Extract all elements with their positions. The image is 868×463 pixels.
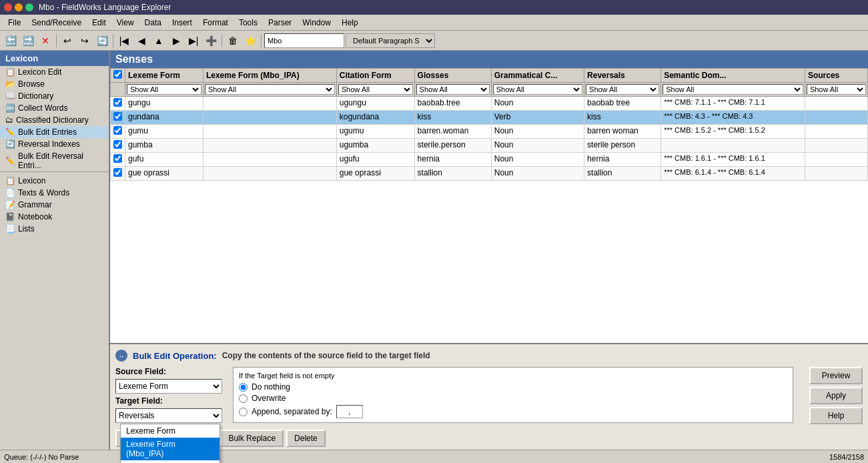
row-checkbox[interactable] bbox=[113, 154, 122, 163]
row-sources bbox=[805, 153, 867, 167]
target-field-dropdown[interactable]: Lexeme Form Lexeme Form (Mbo_IPA) Citati… bbox=[120, 424, 220, 463]
menu-parser[interactable]: Parser bbox=[263, 17, 297, 29]
menu-file[interactable]: File bbox=[3, 17, 26, 29]
filter-lexeme-ipa-select[interactable]: Show All bbox=[205, 84, 335, 95]
sidebar-bottom-grammar[interactable]: 📝 Grammar bbox=[0, 199, 109, 211]
sidebar-item-reversal-indexes[interactable]: 🔄 Reversal Indexes bbox=[0, 138, 109, 150]
close-btn[interactable] bbox=[4, 3, 12, 11]
append-label: Append, separated by: bbox=[252, 407, 332, 416]
menu-window[interactable]: Window bbox=[297, 17, 336, 29]
row-glosses: kiss bbox=[414, 111, 491, 125]
col-citation-form: Citation Form bbox=[336, 69, 414, 83]
filter-reversals-select[interactable]: Show All bbox=[586, 84, 659, 95]
nav-prev[interactable]: ◀ bbox=[133, 33, 149, 49]
preview-button[interactable]: Preview bbox=[809, 367, 863, 384]
sidebar-item-collect-words[interactable]: 🔤 Collect Words bbox=[0, 102, 109, 114]
maximize-btn[interactable] bbox=[25, 3, 33, 11]
menu-insert[interactable]: Insert bbox=[167, 17, 197, 29]
address-input[interactable] bbox=[264, 33, 344, 48]
nav-first[interactable]: |◀ bbox=[116, 33, 132, 49]
dropdown-item-lexeme-form[interactable]: Lexeme Form bbox=[121, 424, 220, 438]
sidebar-item-dictionary[interactable]: 📖 Dictionary bbox=[0, 90, 109, 102]
nav-next[interactable]: ▶ bbox=[168, 33, 184, 49]
source-field-label: Source Field: bbox=[115, 367, 222, 376]
menu-tools[interactable]: Tools bbox=[234, 17, 263, 29]
sidebar-bottom-lexicon[interactable]: 📋 Lexicon bbox=[0, 175, 109, 187]
menu-help[interactable]: Help bbox=[336, 17, 364, 29]
target-field-select[interactable]: Reversals bbox=[115, 408, 222, 423]
style-dropdown[interactable]: Default Paragraph S bbox=[346, 33, 435, 48]
help-button[interactable]: Help bbox=[809, 407, 863, 424]
refresh-button[interactable]: 🔄 bbox=[94, 33, 110, 49]
star-button[interactable]: ⭐ bbox=[242, 33, 258, 49]
row-checkbox[interactable] bbox=[113, 168, 122, 177]
row-checkbox[interactable] bbox=[113, 126, 122, 135]
back-button[interactable]: 🔙 bbox=[3, 33, 19, 49]
undo-button[interactable]: ↩ bbox=[59, 33, 75, 49]
forward-button[interactable]: 🔜 bbox=[20, 33, 36, 49]
filter-citation: Show All bbox=[336, 83, 414, 97]
append-row: Append, separated by: bbox=[239, 405, 787, 418]
sidebar-lexicon-section: Lexicon 📋 Lexicon Edit 📂 Browse 📖 Dictio… bbox=[0, 51, 109, 172]
minimize-btn[interactable] bbox=[15, 3, 23, 11]
dropdown-item-citation-form[interactable]: Citation Form bbox=[121, 460, 220, 463]
row-sources bbox=[805, 125, 867, 139]
delete-button[interactable]: 🗑 bbox=[225, 33, 241, 49]
filter-glosses-select[interactable]: Show All bbox=[416, 84, 490, 95]
table-wrapper[interactable]: Lexeme Form Lexeme Form (Mbo_IPA) Citati… bbox=[110, 68, 868, 343]
row-semantic: *** CMB: 4.3 - *** CMB: 4.3 bbox=[661, 111, 805, 125]
bulk-replace-button[interactable]: Bulk Replace bbox=[220, 430, 284, 447]
radio-do-nothing-input[interactable] bbox=[239, 383, 248, 392]
filter-lexeme-select[interactable]: Show All bbox=[127, 84, 201, 95]
sidebar-item-lexicon-edit[interactable]: 📋 Lexicon Edit bbox=[0, 66, 109, 78]
row-checkbox[interactable] bbox=[113, 140, 122, 149]
redo-button[interactable]: ↪ bbox=[77, 33, 93, 49]
radio-overwrite-input[interactable] bbox=[239, 394, 248, 403]
row-reversals: sterile person bbox=[584, 139, 661, 153]
menu-edit[interactable]: Edit bbox=[87, 17, 111, 29]
table-row[interactable]: gundanakogundanakissVerbkiss*** CMB: 4.3… bbox=[111, 111, 868, 125]
menu-send-receive[interactable]: Send/Receive bbox=[26, 17, 87, 29]
row-checkbox[interactable] bbox=[113, 98, 122, 107]
window-controls[interactable] bbox=[4, 3, 33, 11]
append-separator-input[interactable] bbox=[336, 405, 363, 418]
stop-button[interactable]: ✕ bbox=[37, 33, 53, 49]
dropdown-item-lexeme-form-ipa[interactable]: Lexeme Form (Mbo_IPA) bbox=[121, 438, 220, 460]
table-body: gunguugungubaobab.treeNounbaobab tree***… bbox=[111, 97, 868, 181]
row-checkbox[interactable] bbox=[113, 112, 122, 121]
menu-view[interactable]: View bbox=[111, 17, 139, 29]
sidebar-bottom-texts-words[interactable]: 📄 Texts & Words bbox=[0, 187, 109, 199]
table-row[interactable]: gumbaugumbasterile.personNounsterile per… bbox=[111, 139, 868, 153]
bottom-lexicon-icon: 📋 bbox=[5, 176, 15, 185]
col-lexeme-ipa: Lexeme Form (Mbo_IPA) bbox=[203, 69, 336, 83]
menu-data[interactable]: Data bbox=[139, 17, 167, 29]
delete-button[interactable]: Delete bbox=[286, 430, 326, 447]
select-all-checkbox[interactable] bbox=[113, 70, 122, 79]
radio-append-input[interactable] bbox=[239, 408, 248, 416]
nav-add[interactable]: ➕ bbox=[203, 33, 219, 49]
toolbar-separator-2 bbox=[113, 34, 113, 47]
filter-semantic-select[interactable]: Show All bbox=[663, 84, 803, 95]
apply-button[interactable]: Apply bbox=[809, 387, 863, 404]
bulk-edit-panel: ↔ Bulk Edit Operation: Copy the contents… bbox=[110, 343, 868, 463]
sidebar-item-bulk-edit-entries[interactable]: ✏️ Bulk Edit Entries bbox=[0, 126, 109, 138]
source-field-select[interactable]: Lexeme Form bbox=[115, 379, 222, 394]
row-semantic: *** CMB: 6.1.4 - *** CMB: 6.1.4 bbox=[661, 167, 805, 181]
sidebar: Lexicon 📋 Lexicon Edit 📂 Browse 📖 Dictio… bbox=[0, 51, 110, 463]
toolbar-separator-4 bbox=[261, 34, 262, 47]
menu-format[interactable]: Format bbox=[197, 17, 234, 29]
table-row[interactable]: gue oprassigue oprassistallionNounstalli… bbox=[111, 167, 868, 181]
filter-grammatical-select[interactable]: Show All bbox=[493, 84, 582, 95]
table-row[interactable]: gufuugufuherniaNounhernia*** CMB: 1.6.1 … bbox=[111, 153, 868, 167]
sidebar-bottom-lists[interactable]: 📃 Lists bbox=[0, 223, 109, 235]
sidebar-item-classified-dictionary[interactable]: 🗂 Classified Dictionary bbox=[0, 114, 109, 126]
sidebar-item-bulk-edit-reversal[interactable]: ✏️ Bulk Edit Reversal Entri... bbox=[0, 150, 109, 171]
filter-sources-select[interactable]: Show All bbox=[807, 84, 866, 95]
nav-last[interactable]: ▶| bbox=[185, 33, 201, 49]
table-row[interactable]: gunguugungubaobab.treeNounbaobab tree***… bbox=[111, 97, 868, 111]
sidebar-bottom-notebook[interactable]: 📓 Notebook bbox=[0, 211, 109, 223]
filter-citation-select[interactable]: Show All bbox=[338, 84, 413, 95]
nav-up[interactable]: ▲ bbox=[151, 33, 167, 49]
table-row[interactable]: gumuugumubarren.womanNounbarren woman***… bbox=[111, 125, 868, 139]
sidebar-item-browse[interactable]: 📂 Browse bbox=[0, 78, 109, 90]
